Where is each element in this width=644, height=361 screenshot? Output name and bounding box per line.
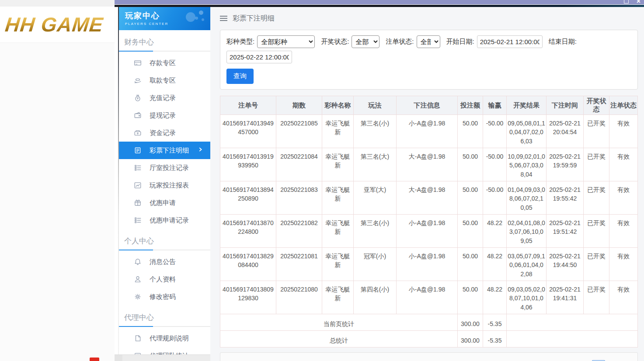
bet-status-select[interactable]: 全部: [417, 35, 440, 48]
player-center-window: × 玩家中心 PLAYERS CENTER 财务中心存款专区取款专区充值记录提现…: [115, 0, 644, 361]
column-header: 期数: [276, 96, 322, 115]
close-icon[interactable]: ×: [637, 0, 641, 4]
cell-bet-info: 小-A盘@1.98: [397, 215, 458, 248]
bet-details-table: 注单号期数彩种名称玩法下注信息投注额输赢开奖结果下注时间开奖状态注单状态 401…: [220, 96, 638, 347]
sidebar-section-title: 财务中心: [119, 30, 210, 51]
sidebar-item-label: 优惠申请记录: [150, 216, 189, 225]
table-row: 40156917401380912983020250221080幸运飞艇新第四名…: [220, 281, 638, 314]
table-row: 40156917401389425089020250221083幸运飞艇新亚军(…: [220, 181, 638, 215]
cell-result: 10,09,02,01,05,06,07,03,08,04: [507, 148, 547, 181]
withdraw-hand-icon: [134, 76, 142, 84]
agent-rules-icon: [134, 334, 142, 342]
gamepad-icon: [183, 10, 206, 27]
table-row: 40156917401387022480020250221082幸运飞艇新第三名…: [220, 215, 638, 248]
profile-person-icon: [134, 275, 142, 283]
sidebar-item-deposit-card[interactable]: 存款专区: [119, 54, 210, 72]
column-header: 开奖结果: [507, 96, 547, 115]
section-divider: [119, 326, 210, 327]
column-header: 彩种名称: [322, 96, 354, 115]
partial-red-graphic: [90, 358, 99, 361]
sidebar-header: 玩家中心 PLAYERS CENTER: [119, 7, 210, 30]
cell-bet-info: 大-A盘@1.98: [397, 148, 458, 181]
sidebar-item-funds-record[interactable]: 资金记录: [119, 124, 210, 142]
start-date-input[interactable]: [477, 35, 543, 48]
sidebar-item-announcement-bell[interactable]: 消息公告: [119, 253, 210, 271]
sidebar-item-agent-rules[interactable]: 代理规则说明: [119, 330, 210, 347]
sidebar-item-promo-records[interactable]: 优惠申请记录: [119, 212, 210, 229]
sidebar-item-password-gear[interactable]: 修改密码: [119, 288, 210, 305]
sidebar-item-withdraw-record[interactable]: 提现记录: [119, 107, 210, 124]
cell-winloss: 48.22: [483, 215, 507, 248]
cell-lottery: 幸运飞艇新: [322, 281, 354, 314]
cell-period: 20250221085: [276, 115, 322, 148]
sidebar-section-title: 代理中心: [119, 305, 210, 326]
sidebar-item-label: 提现记录: [150, 111, 176, 120]
cell-bet-status: 有效: [609, 215, 638, 248]
page-top-strip: [0, 0, 115, 7]
cell-lottery: 幸运飞艇新: [322, 248, 354, 281]
draw-status-select[interactable]: 全部: [352, 35, 379, 48]
cell-period: 20250221083: [276, 181, 322, 215]
end-date-input[interactable]: [226, 51, 292, 63]
current-page-summary-row: 当前页统计300.00-5.35: [220, 314, 638, 331]
cell-amount: 50.00: [458, 215, 483, 248]
start-date-label: 开始日期:: [446, 38, 474, 46]
end-date-label: 结束日期:: [549, 38, 577, 46]
announcement-bell-icon: [134, 258, 142, 266]
table-row: 40156917401382908440020250221081幸运飞艇新冠军(…: [220, 248, 638, 281]
sidebar-item-withdraw-hand[interactable]: 取款专区: [119, 72, 210, 89]
section-divider: [119, 250, 210, 250]
sidebar-item-report-chart[interactable]: 玩家投注报表: [119, 177, 210, 194]
sidebar-item-label: 玩家投注报表: [150, 181, 189, 190]
cell-bet-status: 有效: [609, 148, 638, 181]
cell-bet-status: 有效: [609, 281, 638, 314]
sidebar: 玩家中心 PLAYERS CENTER 财务中心存款专区取款专区充值记录提现记录…: [119, 7, 210, 361]
lottery-type-label: 彩种类型:: [226, 38, 254, 46]
sidebar-item-label: 充值记录: [150, 94, 176, 102]
cell-order-no: 401569174013809129830: [220, 281, 276, 314]
cell-play: 第四名(小): [354, 281, 397, 314]
hamburger-icon[interactable]: [220, 16, 227, 21]
cell-play: 第三名(小): [354, 215, 397, 248]
funds-record-icon: [134, 129, 142, 137]
cell-order-no: 401569174013870224800: [220, 215, 276, 248]
column-header: 玩法: [354, 96, 397, 115]
query-button[interactable]: 查询: [226, 69, 254, 84]
cell-period: 20250221080: [276, 281, 322, 314]
summary-empty: [507, 331, 638, 347]
sidebar-item-recharge-record[interactable]: 充值记录: [119, 89, 210, 107]
lottery-type-select[interactable]: 全部彩种: [257, 35, 315, 48]
cell-amount: 50.00: [458, 115, 483, 148]
summary-label: 当前页统计: [220, 314, 458, 331]
cell-bet-info: 小-A盘@1.98: [397, 248, 458, 281]
cell-lottery: 幸运飞艇新: [322, 215, 354, 248]
promo-records-icon: [134, 216, 142, 224]
cell-result: 01,04,09,03,08,06,07,02,10,05: [507, 181, 547, 215]
cell-draw-status: 已开奖: [584, 148, 609, 181]
sidebar-item-promo-apply[interactable]: 优惠申请: [119, 194, 210, 212]
column-header: 投注额: [458, 96, 483, 115]
password-gear-icon: [134, 293, 142, 301]
cell-order-no: 401569174013894250890: [220, 181, 276, 215]
sidebar-item-label: 存款专区: [150, 59, 176, 67]
sidebar-item-label: 代理规则说明: [150, 334, 189, 343]
sidebar-item-profile-person[interactable]: 个人资料: [119, 271, 210, 288]
filter-panel: 彩种类型: 全部彩种 开奖状态: 全部 注单状态: 全部 开始日期: 结束日期:: [220, 30, 638, 90]
maximize-icon[interactable]: [624, 0, 629, 3]
sidebar-item-hall-records[interactable]: 厅室投注记录: [119, 159, 210, 177]
cell-lottery: 幸运飞艇新: [322, 148, 354, 181]
cell-bet-time: 2025-02-21 19:59:59: [547, 148, 584, 181]
draw-status-label: 开奖状态:: [321, 38, 349, 46]
sidebar-item-bet-details[interactable]: 彩票下注明细: [119, 142, 210, 159]
summary-bet-amount: 300.00: [458, 331, 483, 347]
breadcrumb: 彩票下注明细: [220, 7, 638, 30]
cell-bet-status: 有效: [609, 115, 638, 148]
cell-order-no: 401569174013949457000: [220, 115, 276, 148]
sidebar-item-label: 消息公告: [150, 258, 176, 266]
sidebar-item-label: 彩票下注明细: [150, 146, 189, 155]
scrollbar-corner[interactable]: [115, 355, 122, 361]
pagination-bar: 每页显示20条 共6条 首页 上一页 [1] 下一页 第 页 跳转: [220, 352, 638, 361]
deposit-card-icon: [134, 59, 142, 67]
chevron-right-icon: [197, 146, 204, 153]
cell-result: 09,05,08,01,10,04,07,02,06,03: [507, 115, 547, 148]
